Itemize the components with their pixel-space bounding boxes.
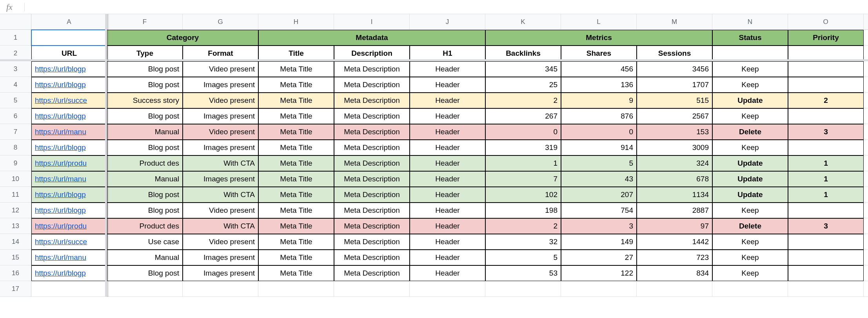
cell-h1-row4[interactable]: Header [410,77,485,93]
column-header-I[interactable]: I [334,14,410,30]
cell-empty-17-2[interactable] [183,281,258,297]
column-header-G[interactable]: G [183,14,258,30]
cell-sessions-row13[interactable]: 97 [637,218,712,234]
cell-url-row4[interactable]: https://url/blogp [31,77,107,93]
cell-sessions-row4[interactable]: 1707 [637,77,712,93]
cell-priority-row11[interactable]: 1 [788,187,864,203]
select-all-corner[interactable] [0,14,31,30]
cell-sessions-row12[interactable]: 2887 [637,203,712,218]
cell-empty-17-0[interactable] [31,281,107,297]
cell-format-row14[interactable]: Video present [183,234,258,250]
cell-status-row4[interactable]: Keep [712,77,788,93]
cell-title-row13[interactable]: Meta Title [258,218,334,234]
cell-sessions-row3[interactable]: 3456 [637,61,712,77]
sub-header-H[interactable]: Title [258,46,334,61]
cell-h1-row13[interactable]: Header [410,218,485,234]
cell-empty-17-7[interactable] [561,281,637,297]
url-link[interactable]: https://url/manu [35,175,86,183]
cell-format-row10[interactable]: Images present [183,171,258,187]
cell-desc-row5[interactable]: Meta Description [334,93,410,108]
cell-shares-row7[interactable]: 0 [561,124,637,140]
cell-type-row4[interactable]: Blog post [107,77,183,93]
cell-shares-row3[interactable]: 456 [561,61,637,77]
cell-priority-row7[interactable]: 3 [788,124,864,140]
cell-format-row6[interactable]: Images present [183,108,258,124]
cell-url-row14[interactable]: https://url/succe [31,234,107,250]
cell-status-row5[interactable]: Update [712,93,788,108]
cell-desc-row4[interactable]: Meta Description [334,77,410,93]
sub-header-I[interactable]: Description [334,46,410,61]
formula-input[interactable] [29,0,868,14]
cell-backlinks-row6[interactable]: 267 [485,108,561,124]
cell-priority-row5[interactable]: 2 [788,93,864,108]
cell-desc-row7[interactable]: Meta Description [334,124,410,140]
cell-sessions-row5[interactable]: 515 [637,93,712,108]
cell-h1-row14[interactable]: Header [410,234,485,250]
cell-sessions-row9[interactable]: 324 [637,155,712,171]
row-header-4[interactable]: 4 [0,77,31,93]
cell-priority-row6[interactable] [788,108,864,124]
cell-type-row13[interactable]: Product des [107,218,183,234]
cell-type-row16[interactable]: Blog post [107,265,183,281]
column-header-O[interactable]: O [788,14,864,30]
cell-h1-row15[interactable]: Header [410,250,485,265]
cell-backlinks-row16[interactable]: 53 [485,265,561,281]
cell-status-row11[interactable]: Update [712,187,788,203]
cell-shares-row14[interactable]: 149 [561,234,637,250]
cell-desc-row11[interactable]: Meta Description [334,187,410,203]
row-header-2[interactable]: 2 [0,46,31,61]
sub-header-G[interactable]: Format [183,46,258,61]
cell-title-row15[interactable]: Meta Title [258,250,334,265]
cell-h1-row9[interactable]: Header [410,155,485,171]
cell-desc-row16[interactable]: Meta Description [334,265,410,281]
url-link[interactable]: https://url/blogp [35,206,86,215]
cell-status-row13[interactable]: Delete [712,218,788,234]
cell-format-row15[interactable]: Images present [183,250,258,265]
row-header-14[interactable]: 14 [0,234,31,250]
cell-format-row16[interactable]: Images present [183,265,258,281]
sub-header-N[interactable] [712,46,788,61]
cell-backlinks-row12[interactable]: 198 [485,203,561,218]
cell-url-row12[interactable]: https://url/blogp [31,203,107,218]
cell-format-row7[interactable]: Video present [183,124,258,140]
cell-desc-row13[interactable]: Meta Description [334,218,410,234]
row-header-8[interactable]: 8 [0,140,31,155]
cell-desc-row3[interactable]: Meta Description [334,61,410,77]
cell-backlinks-row14[interactable]: 32 [485,234,561,250]
cell-backlinks-row4[interactable]: 25 [485,77,561,93]
url-link[interactable]: https://url/produ [35,159,87,168]
cell-backlinks-row8[interactable]: 319 [485,140,561,155]
cell-desc-row9[interactable]: Meta Description [334,155,410,171]
cell-h1-row10[interactable]: Header [410,171,485,187]
cell-A1[interactable] [31,30,107,46]
cell-shares-row6[interactable]: 876 [561,108,637,124]
row-header-6[interactable]: 6 [0,108,31,124]
sub-header-J[interactable]: H1 [410,46,485,61]
url-link[interactable]: https://url/blogp [35,112,86,121]
cell-title-row16[interactable]: Meta Title [258,265,334,281]
cell-h1-row5[interactable]: Header [410,93,485,108]
column-header-N[interactable]: N [712,14,788,30]
cell-format-row13[interactable]: With CTA [183,218,258,234]
cell-status-row8[interactable]: Keep [712,140,788,155]
cell-h1-row11[interactable]: Header [410,187,485,203]
cell-title-row4[interactable]: Meta Title [258,77,334,93]
cell-url-row11[interactable]: https://url/blogp [31,187,107,203]
cell-format-row9[interactable]: With CTA [183,155,258,171]
cell-format-row8[interactable]: Images present [183,140,258,155]
cell-backlinks-row9[interactable]: 1 [485,155,561,171]
cell-title-row5[interactable]: Meta Title [258,93,334,108]
cell-url-row6[interactable]: https://url/blogp [31,108,107,124]
url-link[interactable]: https://url/manu [35,128,86,136]
column-header-J[interactable]: J [410,14,485,30]
cell-priority-row15[interactable] [788,250,864,265]
cell-backlinks-row15[interactable]: 5 [485,250,561,265]
cell-empty-17-9[interactable] [712,281,788,297]
row-header-16[interactable]: 16 [0,265,31,281]
cell-format-row11[interactable]: With CTA [183,187,258,203]
cell-desc-row14[interactable]: Meta Description [334,234,410,250]
cell-status-row7[interactable]: Delete [712,124,788,140]
cell-empty-17-5[interactable] [410,281,485,297]
cell-backlinks-row7[interactable]: 0 [485,124,561,140]
cell-desc-row10[interactable]: Meta Description [334,171,410,187]
